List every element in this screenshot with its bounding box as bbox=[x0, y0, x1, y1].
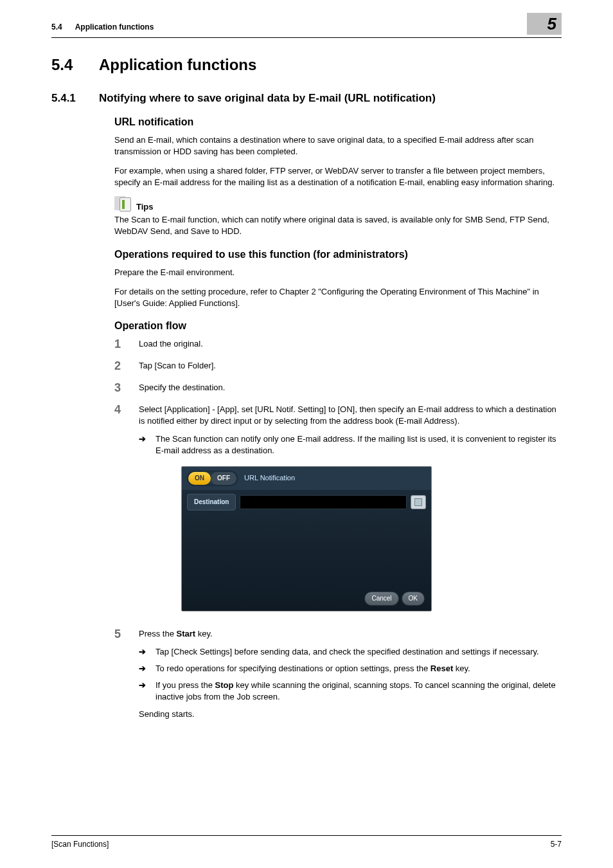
toggle-off[interactable]: OFF bbox=[211, 472, 236, 485]
on-off-toggle[interactable]: ON OFF bbox=[187, 471, 238, 486]
tips-icon bbox=[114, 196, 132, 212]
tips-text: The Scan to E-mail function, which can n… bbox=[114, 214, 562, 237]
dialog-titlebar: ON OFF URL Notification bbox=[182, 467, 431, 490]
heading-operation-flow: Operation flow bbox=[114, 320, 562, 332]
step-text: Specify the destination. bbox=[139, 382, 562, 395]
page-running-header: 5.4 Application functions 5 bbox=[51, 19, 562, 35]
arrow-icon: ➔ bbox=[139, 646, 149, 658]
step-5: 5 Press the Start key. ➔ Tap [Check Sett… bbox=[114, 628, 562, 720]
section-title: 5.4Application functions bbox=[51, 56, 562, 74]
destination-input[interactable] bbox=[240, 495, 407, 509]
destination-label: Destination bbox=[187, 494, 236, 511]
step-5-sublist: ➔ Tap [Check Settings] before sending da… bbox=[139, 646, 562, 703]
step-number: 1 bbox=[114, 338, 126, 351]
step-2: 2 Tap [Scan to Folder]. bbox=[114, 360, 562, 373]
tips-label: Tips bbox=[136, 202, 154, 212]
arrow-icon: ➔ bbox=[139, 663, 149, 674]
toggle-on[interactable]: ON bbox=[188, 472, 211, 485]
step-number: 3 bbox=[114, 382, 126, 395]
page-footer: [Scan Functions] 5-7 bbox=[51, 835, 562, 849]
step-text: Tap [Scan to Folder]. bbox=[139, 360, 562, 373]
step-number: 4 bbox=[114, 404, 126, 619]
step-3: 3 Specify the destination. bbox=[114, 382, 562, 395]
sub-text: The Scan function can notify only one E-… bbox=[155, 433, 562, 457]
step-5-after: Sending starts. bbox=[139, 709, 562, 720]
cancel-button[interactable]: Cancel bbox=[364, 592, 398, 606]
step-number: 5 bbox=[114, 628, 126, 720]
ops-required-p2: For details on the setting procedure, re… bbox=[114, 286, 562, 309]
sub-item: ➔ The Scan function can notify only one … bbox=[139, 433, 562, 457]
sub-item: ➔ If you press the Stop key while scanni… bbox=[139, 680, 562, 703]
heading-url-notification: URL notification bbox=[114, 116, 562, 128]
step-text: Select [Application] - [App], set [URL N… bbox=[139, 404, 556, 426]
step-text: Load the original. bbox=[139, 338, 562, 351]
destination-row: Destination bbox=[187, 494, 426, 511]
sub-item: ➔ Tap [Check Settings] before sending da… bbox=[139, 646, 562, 658]
header-section-name: Application functions bbox=[75, 23, 154, 32]
url-notification-p2: For example, when using a shared folder,… bbox=[114, 165, 562, 188]
step-1: 1 Load the original. bbox=[114, 338, 562, 351]
footer-page-number: 5-7 bbox=[551, 840, 562, 849]
step-4: 4 Select [Application] - [App], set [URL… bbox=[114, 404, 562, 619]
sub-text: If you press the Stop key while scanning… bbox=[155, 680, 562, 703]
sub-text: Tap [Check Settings] before sending data… bbox=[155, 646, 539, 658]
chapter-number: 5 bbox=[547, 14, 556, 34]
step-4-sublist: ➔ The Scan function can notify only one … bbox=[139, 433, 562, 457]
arrow-icon: ➔ bbox=[139, 680, 149, 703]
section-title-text: Application functions bbox=[99, 56, 256, 73]
dialog-footer: Cancel OK bbox=[364, 592, 425, 606]
section-number: 5.4 bbox=[51, 56, 99, 74]
header-section-number: 5.4 bbox=[51, 23, 62, 32]
chapter-badge: 5 bbox=[527, 13, 562, 35]
arrow-icon: ➔ bbox=[139, 433, 149, 457]
sub-item: ➔ To redo operations for specifying dest… bbox=[139, 663, 562, 674]
header-rule bbox=[51, 37, 562, 38]
address-book-button[interactable] bbox=[411, 495, 426, 509]
subsection-title-text: Notifying where to save original data by… bbox=[99, 92, 436, 104]
step-text: Press the Start key. bbox=[139, 629, 213, 638]
tips-block: Tips bbox=[114, 196, 562, 212]
subsection-title: 5.4.1Notifying where to save original da… bbox=[51, 92, 562, 105]
url-notification-dialog: ON OFF URL Notification Destination Canc… bbox=[181, 466, 432, 611]
footer-left: [Scan Functions] bbox=[51, 840, 109, 849]
step-number: 2 bbox=[114, 360, 126, 373]
heading-operations-required: Operations required to use this function… bbox=[114, 249, 562, 260]
address-book-icon bbox=[414, 498, 422, 506]
operation-flow-list: 1 Load the original. 2 Tap [Scan to Fold… bbox=[114, 338, 562, 719]
sub-text: To redo operations for specifying destin… bbox=[155, 663, 470, 674]
subsection-number: 5.4.1 bbox=[51, 92, 99, 105]
dialog-title: URL Notification bbox=[244, 473, 295, 483]
url-notification-p1: Send an E-mail, which contains a destina… bbox=[114, 134, 562, 158]
ops-required-p1: Prepare the E-mail environment. bbox=[114, 267, 562, 278]
ok-button[interactable]: OK bbox=[402, 592, 425, 606]
